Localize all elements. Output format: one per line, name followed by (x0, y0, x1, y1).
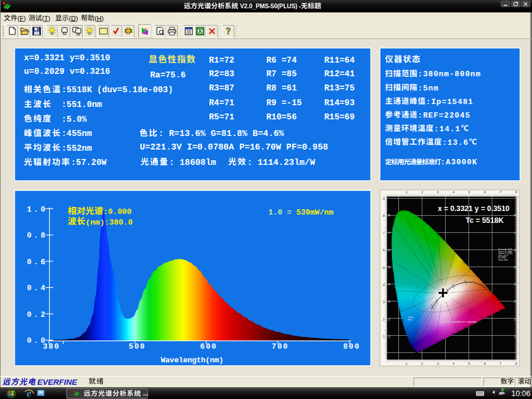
svg-text:.5: .5 (468, 362, 471, 365)
svg-text:(T): (T) (42, 15, 50, 22)
svg-text:V2.0_PMS-50(PLUS) -: V2.0_PMS-50(PLUS) - (240, 3, 301, 9)
svg-text:.4: .4 (382, 283, 385, 287)
svg-text:D55 x.3324: D55 x.3324 (498, 259, 508, 261)
svg-text::A3000K: :A3000K (440, 158, 477, 167)
svg-text:.6: .6 (483, 190, 486, 194)
svg-text:.7: .7 (499, 362, 502, 365)
svg-text:.1: .1 (387, 335, 391, 338)
svg-text::Ip=15481: :Ip=15481 (426, 98, 473, 106)
svg-text:R7 =85: R7 =85 (267, 69, 297, 79)
svg-text:x = 0.3321 y = 0.3510: x = 0.3321 y = 0.3510 (438, 205, 510, 213)
svg-text:539mW/nm: 539mW/nm (296, 208, 333, 217)
svg-text:R14=93: R14=93 (325, 98, 355, 108)
svg-text:: R=13.6% G=81.8% B=4.6%: : R=13.6% G=81.8% B=4.6% (158, 129, 284, 138)
svg-text:(D): (D) (69, 15, 78, 22)
svg-text:380: 380 (43, 342, 59, 351)
svg-text::REF=22045: :REF=22045 (418, 111, 471, 120)
svg-text:R13=75: R13=75 (325, 83, 355, 93)
svg-text:R1=72: R1=72 (209, 56, 235, 65)
svg-text::455nm: :455nm (61, 129, 92, 138)
svg-text:.8: .8 (382, 214, 385, 218)
svg-text::5518K (duv=5.18e-003): :5518K (duv=5.18e-003) (61, 85, 173, 95)
svg-text:.6: .6 (387, 248, 391, 252)
svg-text::0.000: :0.000 (103, 207, 132, 216)
svg-text:Tc = 5518K: Tc = 5518K (466, 216, 504, 225)
svg-text:R15=69: R15=69 (325, 112, 355, 122)
svg-text::551.0nm: :551.0nm (61, 100, 102, 109)
svg-text:.9: .9 (382, 197, 385, 200)
svg-text:R2=83: R2=83 (209, 69, 235, 79)
svg-text:R10=56: R10=56 (267, 112, 297, 122)
svg-text:.2: .2 (513, 317, 517, 321)
svg-text::14.1: :14.1 (434, 125, 460, 134)
svg-text::552nm: :552nm (61, 144, 92, 153)
svg-text:.1: .1 (382, 335, 385, 338)
svg-text:.3: .3 (382, 300, 385, 304)
svg-text:.8: .8 (514, 190, 517, 194)
svg-text:.6: .6 (483, 362, 486, 365)
svg-text:.7: .7 (499, 190, 502, 194)
svg-text::13.6: :13.6 (442, 138, 469, 147)
svg-text:10:06: 10:06 (511, 389, 531, 398)
svg-text:0.2: 0.2 (27, 310, 46, 319)
svg-text:.2: .2 (387, 317, 391, 321)
svg-text:.5: .5 (382, 266, 385, 270)
svg-text:0.6: 0.6 (27, 258, 46, 267)
svg-text:.5: .5 (513, 265, 517, 269)
svg-text::5.0%: :5.0% (61, 115, 87, 124)
svg-text:Ra=75.6: Ra=75.6 (150, 70, 186, 80)
svg-text:500: 500 (129, 342, 145, 351)
svg-text:C.I.E. 1931 CHROMATICITY DIAGR: C.I.E. 1931 CHROMATICITY DIAGRAM (439, 321, 477, 323)
svg-text:.6: .6 (513, 248, 517, 252)
svg-text:(F): (F) (18, 15, 26, 22)
svg-text:R5=71: R5=71 (209, 112, 235, 122)
svg-text:.4: .4 (452, 362, 455, 365)
svg-text:0.4: 0.4 (27, 284, 46, 293)
svg-text:R9 =-15: R9 =-15 (267, 98, 302, 108)
svg-text:(H): (H) (95, 15, 103, 22)
svg-text:800: 800 (343, 342, 359, 351)
svg-text:.7: .7 (387, 231, 391, 235)
svg-text:.7: .7 (382, 231, 385, 235)
svg-text:.8: .8 (387, 213, 391, 217)
svg-text:?: ? (226, 26, 231, 36)
svg-text::57.20W: :57.20W (71, 158, 106, 167)
svg-text:(nm):380.0: (nm):380.0 (86, 218, 133, 227)
svg-text:EVERFINE: EVERFINE (37, 378, 78, 387)
svg-text:.2: .2 (382, 317, 385, 321)
svg-text:.3: .3 (387, 300, 391, 303)
svg-text:700: 700 (272, 342, 288, 351)
svg-text:.1: .1 (405, 190, 408, 194)
svg-text:.5: .5 (468, 190, 471, 194)
svg-text:x=0.3321 y=0.3510: x=0.3321 y=0.3510 (24, 53, 111, 63)
svg-text::380nm-800nm: :380nm-800nm (418, 70, 481, 79)
svg-text:: 1114.23lm/W: : 1114.23lm/W (247, 158, 315, 167)
svg-text:.2: .2 (420, 190, 423, 194)
svg-text:600: 600 (200, 342, 216, 351)
svg-text:0.8: 0.8 (27, 231, 46, 240)
svg-text:.3: .3 (513, 300, 517, 303)
svg-text:R3=87: R3=87 (209, 83, 235, 93)
svg-text:1.0 =: 1.0 = (268, 208, 291, 217)
svg-text:.5: .5 (387, 265, 391, 269)
svg-text:.2: .2 (420, 362, 423, 365)
svg-text:.1: .1 (513, 335, 517, 338)
svg-text:.7: .7 (513, 231, 517, 235)
svg-text:.1: .1 (405, 362, 408, 365)
svg-text:.6: .6 (382, 248, 385, 252)
svg-text:.4: .4 (452, 190, 455, 194)
svg-text:R11=64: R11=64 (325, 56, 355, 65)
svg-text:u=0.2029 v=0.3216: u=0.2029 v=0.3216 (24, 67, 111, 76)
svg-text:R6 =74: R6 =74 (267, 56, 297, 65)
svg-text:.3: .3 (436, 190, 439, 194)
svg-text:R4=71: R4=71 (209, 98, 235, 108)
svg-text:.4: .4 (513, 283, 517, 286)
svg-text:e: e (27, 388, 31, 399)
svg-text:R8 =61: R8 =61 (267, 83, 297, 93)
svg-text:...: ... (143, 390, 148, 397)
svg-text:: 18608lm: : 18608lm (169, 158, 216, 167)
svg-text:U=221.3V I=0.0780A P=16.70W PF: U=221.3V I=0.0780A P=16.70W PF=0.958 (140, 142, 329, 152)
svg-text:.8: .8 (513, 213, 517, 217)
svg-text:Wavelength(nm): Wavelength(nm) (161, 356, 223, 365)
svg-text:.4: .4 (387, 283, 391, 286)
